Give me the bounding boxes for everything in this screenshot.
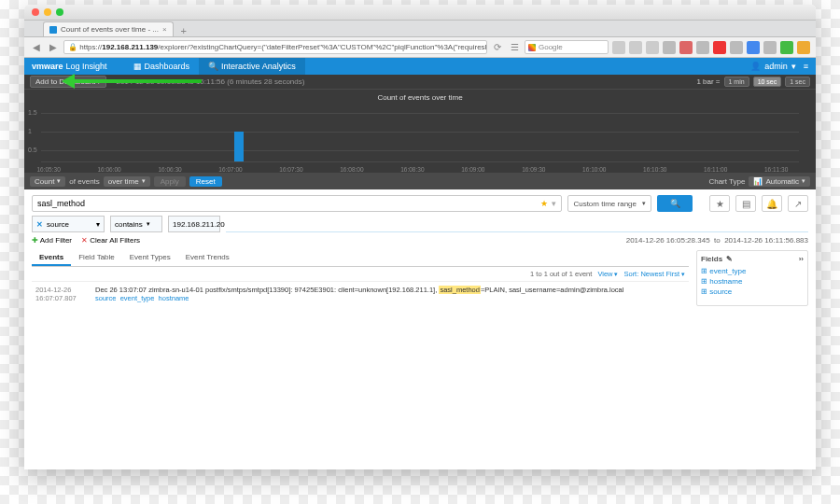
- collapse-icon[interactable]: ››: [799, 255, 804, 263]
- ext-icon[interactable]: [713, 41, 726, 54]
- tab-field-table[interactable]: Field Table: [71, 250, 122, 266]
- alert-icon[interactable]: 🔔: [762, 195, 782, 212]
- ext-icon[interactable]: [763, 41, 777, 54]
- ext-icon[interactable]: [646, 41, 659, 54]
- result-tabs: Events Field Table Event Types Event Tre…: [32, 250, 689, 267]
- ext-icon[interactable]: [612, 41, 625, 54]
- brand-logo: vmware: [32, 62, 63, 71]
- edit-icon[interactable]: ✎: [726, 255, 733, 263]
- apply-button[interactable]: Apply: [154, 176, 186, 187]
- tab-title: Count of events over time - ...: [61, 25, 159, 34]
- scale-1sec[interactable]: 1 sec: [785, 77, 810, 87]
- result-count: 1 to 1 out of 1 event: [530, 270, 592, 278]
- field-link[interactable]: hostname: [159, 294, 189, 302]
- ext-icon[interactable]: [629, 41, 642, 54]
- highlight: sasl_method: [439, 286, 481, 294]
- nav-analytics[interactable]: 🔍Interactive Analytics: [199, 58, 305, 75]
- add-to-dashboard-button[interactable]: Add to Dashboard: [30, 76, 106, 88]
- star-icon[interactable]: ★: [540, 199, 548, 208]
- browser-tabbar: Count of events over time - ... × +: [24, 21, 816, 37]
- ext-icon[interactable]: [679, 41, 693, 54]
- product-name: Log Insight: [66, 62, 107, 71]
- share-icon[interactable]: ↗: [788, 195, 808, 212]
- ext-icon[interactable]: [797, 41, 810, 54]
- add-filter-button[interactable]: ✚ Add Filter: [32, 236, 72, 245]
- back-icon[interactable]: ◀: [30, 41, 43, 54]
- ext-icon[interactable]: [696, 41, 709, 54]
- save-icon[interactable]: ▤: [735, 195, 756, 212]
- field-item[interactable]: hostname: [701, 276, 804, 287]
- search-icon: 🔍: [670, 199, 680, 208]
- browser-tab[interactable]: Count of events over time - ... ×: [43, 21, 174, 36]
- event-row[interactable]: 2014-12-2616:07:07.807 Dec 26 13:07:07 z…: [32, 282, 689, 306]
- tab-events[interactable]: Events: [32, 250, 71, 266]
- scale-1min[interactable]: 1 min: [724, 77, 749, 87]
- filter-value[interactable]: 192.168.211.20: [168, 216, 220, 232]
- field-item[interactable]: event_type: [701, 266, 804, 276]
- field-item[interactable]: source: [701, 287, 804, 297]
- user-menu[interactable]: 👤admin▾: [750, 62, 796, 71]
- favicon: [49, 26, 57, 34]
- view-menu[interactable]: View: [597, 270, 618, 278]
- reset-button[interactable]: Reset: [189, 176, 222, 187]
- sort-menu[interactable]: Sort: Newest First: [623, 270, 685, 278]
- reader-icon[interactable]: ☰: [508, 41, 521, 54]
- query-input[interactable]: sasl_method ★ ▾: [32, 195, 562, 212]
- filter-field[interactable]: ✕source▾: [32, 216, 105, 232]
- field-link[interactable]: event_type: [120, 294, 155, 302]
- bar-scale-label: 1 bar =: [696, 77, 720, 86]
- time-range-select[interactable]: Custom time range: [567, 195, 651, 212]
- tab-close-icon[interactable]: ×: [162, 25, 167, 34]
- reload-icon[interactable]: ⟳: [491, 41, 504, 54]
- forward-icon[interactable]: ▶: [47, 41, 60, 54]
- scale-10sec[interactable]: 10 sec: [753, 77, 782, 87]
- grid-icon: ▦: [133, 62, 142, 71]
- menu-icon[interactable]: ≡: [804, 62, 808, 71]
- ext-icon[interactable]: [730, 41, 743, 54]
- nav-dashboards[interactable]: ▦Dashboards: [124, 58, 200, 75]
- fields-panel: Fields ✎›› event_type hostname source: [696, 250, 808, 306]
- traffic-min[interactable]: [44, 8, 51, 16]
- group-select[interactable]: over time: [104, 176, 150, 187]
- search-box[interactable]: Google: [525, 40, 609, 54]
- event-timestamp: 2014-12-2616:07:07.807: [35, 286, 88, 302]
- ext-icon[interactable]: [663, 41, 676, 54]
- traffic-close[interactable]: [32, 8, 39, 16]
- google-icon: [528, 44, 536, 51]
- chart-bar[interactable]: [234, 132, 244, 161]
- user-icon: 👤: [750, 62, 761, 71]
- time-range-display: 2014-12-26 16:05:28.345 to 2014-12-26 16…: [626, 236, 808, 245]
- new-tab-button[interactable]: +: [177, 25, 190, 36]
- ext-icon[interactable]: [747, 41, 760, 54]
- url-field[interactable]: 🔒 https://192.168.211.139/explorer/?exis…: [63, 40, 487, 54]
- search-button[interactable]: 🔍: [657, 195, 693, 212]
- traffic-max[interactable]: [56, 8, 63, 16]
- filter-op[interactable]: contains: [110, 216, 162, 232]
- window-titlebar: [24, 5, 816, 21]
- fav-icon[interactable]: ★: [709, 195, 730, 212]
- search-icon: 🔍: [208, 62, 218, 71]
- browser-toolbar: ◀ ▶ 🔒 https://192.168.211.139/explorer/?…: [24, 37, 816, 58]
- chart-title: Count of events over time: [24, 90, 816, 105]
- clear-filters-button[interactable]: ✕ Clear All Filters: [81, 236, 140, 245]
- chart-type-select[interactable]: 📊 Automatic: [749, 176, 810, 187]
- app-header: vmware Log Insight ▦Dashboards 🔍Interact…: [24, 58, 816, 75]
- field-link[interactable]: source: [95, 294, 117, 302]
- agg-select[interactable]: Count: [30, 176, 65, 187]
- tab-event-trends[interactable]: Event Trends: [178, 250, 237, 266]
- ext-icon[interactable]: [780, 41, 793, 54]
- event-body: Dec 26 13:07:07 zimbra-sn-u14-01 postfix…: [95, 286, 685, 302]
- tab-event-types[interactable]: Event Types: [122, 250, 178, 266]
- remove-filter-icon[interactable]: ✕: [36, 220, 43, 229]
- chart-plot[interactable]: 1.5 1 0.5 16:05:30 16:06:00 16:06:30 16:…: [41, 105, 799, 173]
